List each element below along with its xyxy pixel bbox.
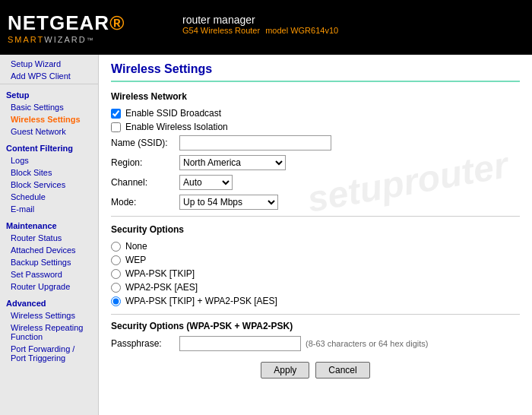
security-wpa2-aes-label: WPA2-PSK [AES]: [125, 282, 198, 293]
passphrase-section-title: Security Options (WPA-PSK + WPA2-PSK): [111, 321, 520, 331]
sidebar-item-port-forwarding[interactable]: Port Forwarding / Port Triggering: [0, 343, 98, 364]
security-wpa2-psk-aes-row: WPA2-PSK [AES]: [111, 282, 520, 293]
router-info: router manager G54 Wireless Router model…: [182, 14, 338, 35]
security-wpa2-aes-radio[interactable]: [111, 283, 121, 293]
main-layout: Setup Wizard Add WPS Client Setup Basic …: [0, 55, 532, 415]
sidebar-item-logs[interactable]: Logs: [0, 154, 98, 166]
ssid-broadcast-row: Enable SSID Broadcast: [111, 108, 520, 119]
sidebar-item-email[interactable]: E-mail: [0, 203, 98, 215]
wireless-network-section-title: Wireless Network: [111, 91, 520, 102]
passphrase-hint: (8-63 characters or 64 hex digits): [306, 339, 428, 348]
netgear-logo: NETGEAR®: [8, 11, 125, 35]
sidebar-item-guest-network[interactable]: Guest Network: [0, 125, 98, 138]
sidebar-item-schedule[interactable]: Schedule: [0, 191, 98, 203]
passphrase-section: Security Options (WPA-PSK + WPA2-PSK) Pa…: [111, 314, 520, 351]
security-none-row: None: [111, 241, 520, 252]
passphrase-label: Passphrase:: [111, 338, 179, 349]
security-wpa-wpa2-row: WPA-PSK [TKIP] + WPA2-PSK [AES]: [111, 296, 520, 306]
channel-select[interactable]: Auto 1 2 3 6 11: [179, 175, 233, 190]
ssid-broadcast-checkbox[interactable]: [111, 109, 121, 119]
security-options: None WEP WPA-PSK [TKIP] WPA2-PSK [AES] W…: [111, 241, 520, 306]
security-wpa-tkip-radio[interactable]: [111, 269, 121, 279]
security-none-label: None: [125, 241, 147, 252]
sidebar-item-router-upgrade[interactable]: Router Upgrade: [0, 280, 98, 293]
security-wpa-psk-tkip-row: WPA-PSK [TKIP]: [111, 268, 520, 279]
content-area: setuprouter Wireless Settings Wireless N…: [99, 55, 532, 415]
sidebar-section-maintenance: Maintenance: [0, 218, 98, 232]
passphrase-input[interactable]: [179, 336, 301, 351]
wireless-isolation-row: Enable Wireless Isolation: [111, 122, 520, 132]
button-row: Apply Cancel: [111, 362, 520, 379]
router-model-name: G54 Wireless Router: [182, 26, 260, 35]
sidebar-divider-1: [0, 84, 98, 84]
ssid-broadcast-label: Enable SSID Broadcast: [125, 108, 221, 119]
sidebar-item-wireless-settings[interactable]: Wireless Settings: [0, 113, 98, 125]
sidebar-section-advanced: Advanced: [0, 296, 98, 309]
sidebar-item-set-password[interactable]: Set Password: [0, 268, 98, 280]
sidebar-item-backup-settings[interactable]: Backup Settings: [0, 256, 98, 268]
security-wep-label: WEP: [125, 255, 146, 265]
mode-select[interactable]: Up to 54 Mbps Up to 130 Mbps: [179, 195, 278, 210]
security-wep-radio[interactable]: [111, 255, 121, 265]
ssid-name-input[interactable]: [179, 135, 331, 150]
region-select[interactable]: North America Europe Asia: [179, 155, 286, 170]
sidebar-item-attached-devices[interactable]: Attached Devices: [0, 244, 98, 256]
security-none-radio[interactable]: [111, 242, 121, 252]
wireless-isolation-label: Enable Wireless Isolation: [125, 122, 228, 132]
sidebar-item-wireless-repeating[interactable]: Wireless Repeating Function: [0, 322, 98, 343]
header: NETGEAR® SMARTWIZARD™ router manager G54…: [0, 0, 532, 55]
apply-button[interactable]: Apply: [261, 362, 309, 379]
logo-area: NETGEAR® SMARTWIZARD™: [8, 11, 125, 44]
ssid-name-label: Name (SSID):: [111, 138, 179, 148]
sidebar-item-add-wps-client[interactable]: Add WPS Client: [0, 70, 98, 82]
sidebar: Setup Wizard Add WPS Client Setup Basic …: [0, 55, 99, 415]
sidebar-item-adv-wireless-settings[interactable]: Wireless Settings: [0, 309, 98, 322]
security-options-section-title: Security Options: [111, 224, 520, 235]
channel-row: Channel: Auto 1 2 3 6 11: [111, 175, 520, 190]
sidebar-top-section: Setup Wizard Add WPS Client: [0, 55, 98, 82]
page-title: Wireless Settings: [111, 62, 520, 82]
passphrase-row: Passphrase: (8-63 characters or 64 hex d…: [111, 336, 520, 351]
sidebar-item-block-sites[interactable]: Block Sites: [0, 166, 98, 179]
region-row: Region: North America Europe Asia: [111, 155, 520, 170]
sidebar-item-block-services[interactable]: Block Services: [0, 179, 98, 191]
security-divider: [111, 216, 520, 217]
sidebar-section-setup: Setup: [0, 87, 98, 101]
channel-label: Channel:: [111, 177, 179, 188]
cancel-button[interactable]: Cancel: [315, 362, 369, 379]
security-wpa-wpa2-label: WPA-PSK [TKIP] + WPA2-PSK [AES]: [125, 296, 277, 306]
mode-row: Mode: Up to 54 Mbps Up to 130 Mbps: [111, 195, 520, 210]
wireless-isolation-checkbox[interactable]: [111, 122, 121, 132]
sidebar-item-router-status[interactable]: Router Status: [0, 232, 98, 244]
sidebar-section-content-filtering: Content Filtering: [0, 141, 98, 154]
router-model-code: model WGR614v10: [265, 26, 338, 35]
router-model-label: G54 Wireless Router model WGR614v10: [182, 26, 338, 35]
security-wep-row: WEP: [111, 255, 520, 265]
sidebar-item-basic-settings[interactable]: Basic Settings: [0, 101, 98, 113]
ssid-name-row: Name (SSID):: [111, 135, 520, 150]
security-wpa-tkip-label: WPA-PSK [TKIP]: [125, 268, 195, 279]
region-label: Region:: [111, 157, 179, 168]
security-wpa-wpa2-radio[interactable]: [111, 296, 121, 306]
sidebar-item-setup-wizard[interactable]: Setup Wizard: [0, 58, 98, 70]
smartwizard-logo: SMARTWIZARD™: [8, 35, 125, 44]
router-manager-label: router manager: [182, 14, 338, 26]
mode-label: Mode:: [111, 197, 179, 208]
